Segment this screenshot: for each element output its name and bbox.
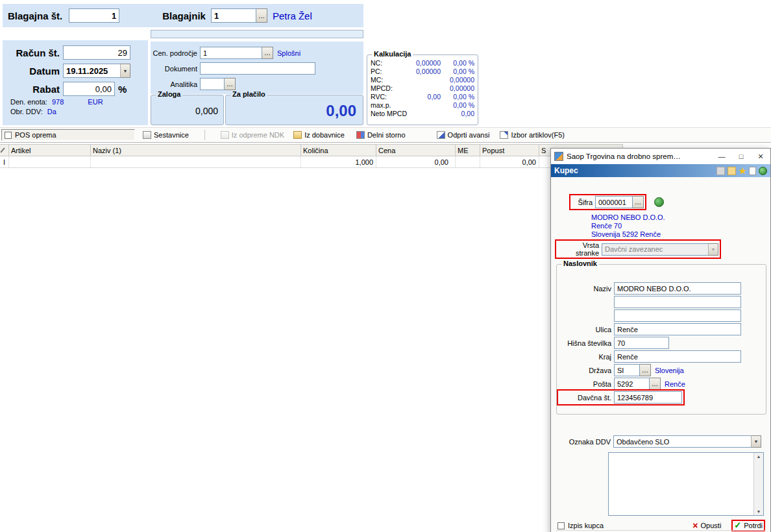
star-icon[interactable]: ★ [739,167,746,175]
posta-input[interactable]: 5292 [614,378,650,390]
cell-kolicina[interactable]: 1,000 [301,156,376,167]
vrsta-stranke-dropdown-button: ▼ [708,243,718,256]
notes-textarea[interactable]: ▲ ▼ [608,452,764,516]
obr-ddv-value: Da [47,108,56,115]
racun-input[interactable]: 29 [63,45,130,60]
table-row[interactable]: I 1,000 0,00 0,00 [0,156,623,168]
scroll-down-icon[interactable]: ▼ [757,509,761,514]
datum-dropdown-button[interactable]: ▼ [120,64,130,78]
naziv-input[interactable]: MODRO NEBO D.O.O. [614,282,741,295]
analitika-input[interactable] [200,78,225,90]
drzava-lookup-button[interactable]: … [640,364,651,376]
delni-storno-label: Delni storno [367,131,406,139]
potrdi-label: Potrdi [744,522,763,529]
datum-input[interactable]: 19.11.2025 [63,64,120,78]
davcna-input[interactable]: 123456789 [614,391,682,404]
blagajnik-lookup-button[interactable]: … [256,8,267,23]
kalk-v2: 0,00000 [441,76,474,84]
kalk-v2: 0,00 [441,110,474,117]
pricing-panel: Cen. področje 1 … Splošni Dokument Anali… [151,42,363,94]
izpis-kupca-checkbox[interactable] [557,522,565,529]
ulica-label: Ulica [557,326,614,333]
zaloga-group: Zaloga 0,000 [151,95,224,125]
ulica-input[interactable]: Renče [614,323,741,335]
kalk-label: NC: [371,59,407,67]
document-icon[interactable] [749,167,756,175]
dialog-header-title: Kupec [554,166,578,175]
customer-city: Slovenija 5292 Renče [591,230,665,239]
dialog-titlebar[interactable]: Saop Trgovina na drobno sprem… — □ × [551,149,770,164]
column-header-kolicina[interactable]: Količina [301,145,376,156]
blagajna-input[interactable]: 1 [69,8,119,23]
naziv-label: Naziv [557,285,614,293]
kalk-v2: 0,00 % [441,93,474,101]
kalk-v1: 0,00 [407,93,441,101]
close-button[interactable]: × [751,149,770,163]
notes-scrollbar[interactable]: ▲ ▼ [753,453,763,515]
oznaka-ddv-select[interactable]: Obdavčeno SLO [613,435,751,448]
cell-naziv[interactable] [91,156,301,167]
cell-artikel[interactable] [9,156,91,167]
folder-icon[interactable] [728,167,736,175]
column-header-popust[interactable]: Popust [480,145,539,156]
column-header-artikel[interactable]: Artikel [9,145,91,156]
hisna-label: Hišna številka [557,339,614,347]
pos-oprema-panel: POS oprema [1,129,135,141]
izbor-artiklov-icon [500,131,508,139]
column-header-me[interactable]: ME [456,145,480,156]
kalk-row: PC: 0,00000 0,00 % [367,67,478,75]
customer-info: MODRO NEBO D.O.O. Renče 70 Slovenija 529… [591,213,665,239]
cen-podrocje-input[interactable]: 1 [200,47,262,59]
sifra-input[interactable]: 0000001 [595,196,633,208]
oznaka-ddv-row: Oznaka DDV Obdavčeno SLO ▼ [551,435,770,448]
kraj-input[interactable]: Renče [614,350,741,363]
dokument-input[interactable] [200,62,315,75]
globe-toolbar-icon[interactable] [759,167,767,175]
blagajna-label: Blagajna št. [8,10,62,21]
drzava-input[interactable]: SI [614,364,640,376]
iz-dobavnice-button[interactable]: Iz dobavnice [291,130,347,140]
column-header-naziv[interactable]: Naziv (1) [91,145,301,156]
sifra-lookup-button[interactable]: … [633,196,644,208]
pencil-icon [0,147,5,152]
oznaka-ddv-dropdown-button[interactable]: ▼ [751,435,761,448]
confirm-check-icon: ✓ [734,522,741,529]
izbor-artiklov-label: Izbor artiklov(F5) [511,131,565,139]
cell-cena[interactable]: 0,00 [376,156,456,167]
odprti-avansi-button[interactable]: Odprti avansi [434,130,493,140]
naziv-input-3[interactable] [614,309,741,322]
pos-oprema-checkbox[interactable] [5,132,12,139]
analitika-lookup-button[interactable]: … [225,78,236,90]
minimize-button[interactable]: — [712,149,731,163]
blagajnik-label: Blagajnik [162,10,206,21]
naziv-input-2[interactable] [614,296,741,308]
potrdi-button[interactable]: ✓ Potrdi [734,522,763,529]
datum-label: Datum [3,66,60,77]
edit-record-icon[interactable] [716,167,725,175]
sestavnice-label: Sestavnice [154,131,189,139]
cell-popust[interactable]: 0,00 [480,156,539,167]
opusti-button[interactable]: × Opusti [692,522,721,529]
hisna-input[interactable]: 70 [614,337,669,349]
edit-column-header[interactable] [0,145,9,156]
highlight-vrsta-stranke: Vrsta stranke Davčni zavezanec ▼ [555,239,721,259]
cell-me[interactable] [456,156,480,167]
kalkulacija-group: Kalkulacija NC: 0,00000 0,00 % PC: 0,000… [367,54,478,125]
sestavnice-button[interactable]: Sestavnice [140,130,191,140]
scroll-up-icon[interactable]: ▲ [757,454,761,459]
column-header-cena[interactable]: Cena [376,145,456,156]
cen-podrocje-lookup-button[interactable]: … [262,47,273,59]
cancel-cross-icon: × [692,522,698,529]
globe-icon[interactable] [654,197,664,207]
izbor-artiklov-button[interactable]: Izbor artiklov(F5) [497,130,567,140]
cen-podrocje-name: Splošni [277,49,300,57]
delni-storno-button[interactable]: Delni storno [354,130,408,140]
maximize-button[interactable]: □ [731,149,751,163]
iz-dobavnice-icon [293,131,302,139]
posta-lookup-button[interactable]: … [650,378,661,390]
vrsta-stranke-select[interactable]: Davčni zavezanec [602,243,708,256]
racun-label: Račun št. [3,47,60,58]
blagajnik-input[interactable]: 1 [211,8,256,23]
rabat-input[interactable]: 0,00 [63,82,115,96]
pos-oprema-label: POS oprema [15,131,56,139]
